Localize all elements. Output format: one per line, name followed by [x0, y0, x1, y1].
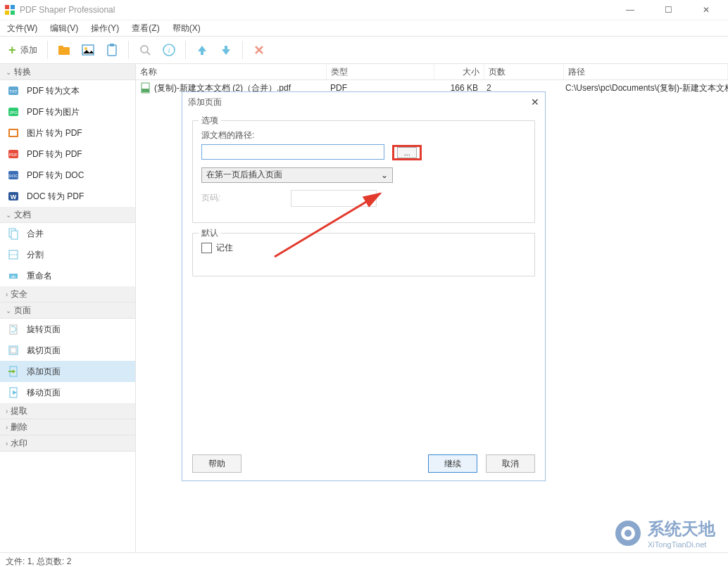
chevron-icon: › — [6, 440, 8, 447]
col-pages[interactable]: 页数 — [484, 64, 564, 79]
svg-line-11 — [147, 52, 150, 55]
svg-rect-21 — [10, 130, 17, 136]
add-button[interactable]: + 添加 — [4, 39, 42, 60]
chevron-icon: ⌄ — [6, 68, 11, 76]
menu-edit[interactable]: 编辑(V) — [50, 23, 78, 34]
dialog-close-button[interactable]: ✕ — [531, 96, 539, 108]
browse-button[interactable]: ... — [397, 147, 417, 158]
watermark-logo-icon — [614, 519, 642, 547]
clipboard-button[interactable] — [101, 39, 123, 60]
sidebar-item-merge[interactable]: 合并 — [0, 223, 135, 244]
chevron-icon: › — [6, 423, 8, 431]
rename-icon: ab — [7, 269, 20, 282]
svg-rect-29 — [11, 231, 18, 239]
continue-button[interactable]: 继续 — [428, 454, 477, 473]
svg-rect-36 — [11, 348, 16, 353]
status-text: 文件: 1, 总页数: 2 — [6, 556, 71, 568]
move-up-button[interactable] — [192, 39, 213, 60]
info-button[interactable]: i — [158, 39, 180, 60]
image-button[interactable] — [77, 39, 99, 60]
separator — [128, 41, 129, 59]
col-type[interactable]: 类型 — [327, 64, 434, 79]
cancel-button[interactable]: 取消 — [486, 454, 535, 473]
close-button[interactable]: ✕ — [694, 5, 718, 15]
title-bar: PDF Shaper Professional — ☐ ✕ — [0, 0, 728, 20]
menu-action[interactable]: 操作(Y) — [91, 23, 119, 34]
sidebar-item-image-to-pdf[interactable]: 图片 转为 PDF — [0, 122, 135, 144]
separator — [185, 41, 186, 59]
chevron-icon: › — [6, 407, 8, 415]
browse-highlight: ... — [392, 145, 422, 160]
pdf-icon: PDF — [7, 148, 20, 160]
maximize-button[interactable]: ☐ — [656, 5, 680, 15]
svg-rect-0 — [5, 5, 9, 9]
insert-position-select[interactable]: 在第一页后插入页面 ⌄ — [201, 167, 393, 183]
svg-point-7 — [84, 47, 87, 50]
pagenum-input — [291, 190, 377, 207]
svg-text:JPG: JPG — [9, 110, 18, 115]
help-button[interactable]: 帮助 — [192, 454, 241, 473]
svg-text:PDF: PDF — [9, 153, 18, 157]
options-group: 选项 源文档的路径: ... 在第一页后插入页面 ⌄ 页码: — [192, 120, 535, 223]
watermark-text: 系统天地 — [648, 518, 715, 540]
dialog-body: 选项 源文档的路径: ... 在第一页后插入页面 ⌄ 页码: 默认 — [182, 112, 545, 447]
col-size[interactable]: 大小 — [434, 64, 484, 79]
add-page-dialog: 添加页面 ✕ 选项 源文档的路径: ... 在第一页后插入页面 ⌄ 页码: — [182, 91, 546, 481]
sidebar-item-rotate-page[interactable]: 旋转页面 — [0, 319, 135, 340]
sidebar-item-pdf-to-text[interactable]: TXTPDF 转为文本 — [0, 80, 135, 101]
dialog-title: 添加页面 — [188, 96, 222, 108]
status-bar: 文件: 1, 总页数: 2 — [0, 552, 728, 567]
category-delete[interactable]: ›删除 — [0, 419, 135, 435]
category-security[interactable]: ›安全 — [0, 286, 135, 302]
sidebar-item-pdf-to-doc[interactable]: DOCPDF 转为 DOC — [0, 165, 135, 186]
gallery-icon — [7, 127, 20, 139]
menu-help[interactable]: 帮助(X) — [172, 23, 201, 34]
remove-button[interactable] — [249, 39, 270, 60]
svg-text:ab: ab — [11, 274, 16, 279]
checkbox-icon — [201, 243, 212, 253]
sidebar-item-rename[interactable]: ab重命名 — [0, 265, 135, 286]
category-document[interactable]: ⌄文档 — [0, 207, 135, 223]
minimize-button[interactable]: — — [618, 5, 642, 15]
sidebar-item-add-page[interactable]: 添加页面 — [0, 361, 135, 382]
sidebar-item-doc-to-pdf[interactable]: WDOC 转为 PDF — [0, 186, 135, 207]
jpg-icon: JPG — [7, 106, 20, 118]
move-down-button[interactable] — [215, 39, 237, 60]
chevron-icon: ⌄ — [6, 307, 11, 314]
add-page-icon — [7, 365, 20, 378]
col-path[interactable]: 路径 — [564, 64, 728, 79]
svg-rect-2 — [5, 11, 9, 15]
sidebar-item-move-page[interactable]: 移动页面 — [0, 382, 135, 403]
svg-text:W: W — [11, 193, 17, 200]
category-page[interactable]: ⌄页面 — [0, 302, 135, 319]
default-group: 默认 记住 — [192, 233, 535, 276]
col-name[interactable]: 名称 — [136, 64, 327, 79]
category-convert[interactable]: ⌄转换 — [0, 64, 135, 80]
file-path: C:\Users\pc\Documents\(复制)-新建文本文档 ... — [561, 80, 728, 96]
txt-icon: TXT — [7, 84, 20, 97]
split-icon — [7, 248, 20, 261]
sidebar-item-crop-page[interactable]: 裁切页面 — [0, 340, 135, 361]
menu-file[interactable]: 文件(W) — [7, 23, 37, 34]
remember-checkbox[interactable]: 记住 — [201, 243, 233, 253]
menu-view[interactable]: 查看(Z) — [132, 23, 159, 34]
svg-rect-5 — [58, 46, 63, 49]
category-extract[interactable]: ›提取 — [0, 403, 135, 419]
sidebar-item-split[interactable]: 分割 — [0, 244, 135, 265]
sidebar-item-pdf-to-image[interactable]: JPGPDF 转为图片 — [0, 101, 135, 122]
svg-point-10 — [141, 46, 148, 53]
menu-bar: 文件(W) 编辑(V) 操作(Y) 查看(Z) 帮助(X) — [0, 20, 728, 36]
default-group-title: 默认 — [199, 227, 221, 239]
folder-button[interactable] — [54, 39, 75, 60]
chevron-down-icon: ⌄ — [381, 170, 388, 180]
category-watermark[interactable]: ›水印 — [0, 435, 135, 452]
separator — [242, 41, 243, 59]
svg-text:TXT: TXT — [9, 89, 18, 94]
dialog-titlebar: 添加页面 ✕ — [182, 92, 545, 112]
sidebar-item-pdf-to-pdf[interactable]: PDFPDF 转为 PDF — [0, 144, 135, 165]
rotate-icon — [7, 323, 20, 336]
search-button[interactable] — [134, 39, 156, 60]
svg-marker-38 — [13, 369, 15, 374]
pagenum-label: 页码: — [201, 192, 220, 204]
source-path-input[interactable] — [201, 144, 384, 160]
